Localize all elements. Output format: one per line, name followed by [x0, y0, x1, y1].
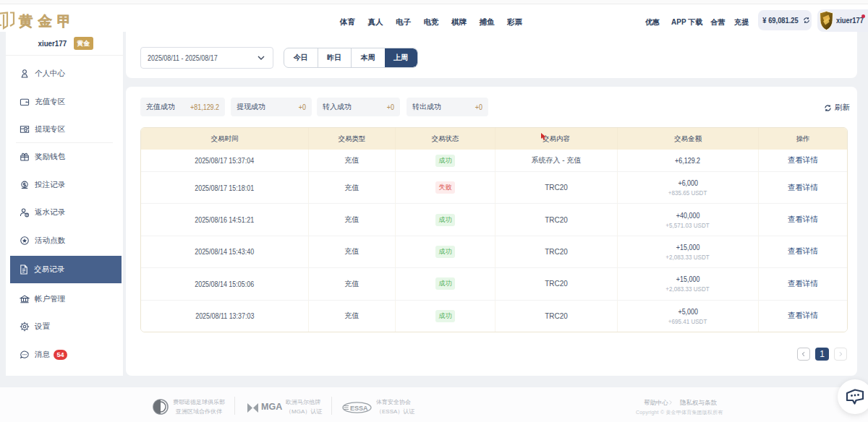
svg-text:ESSA: ESSA — [350, 405, 368, 412]
